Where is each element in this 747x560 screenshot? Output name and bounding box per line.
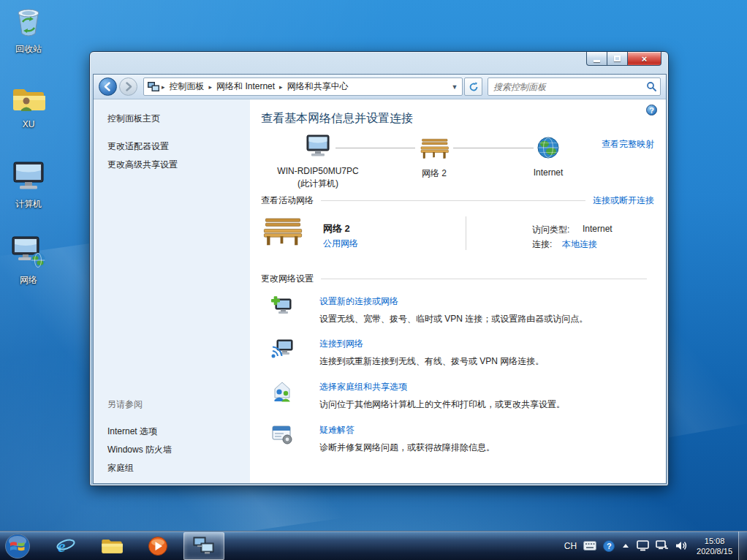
view-full-map-link[interactable]: 查看完整映射 <box>602 138 654 151</box>
new-connection-icon <box>270 294 294 319</box>
access-type-value: Internet <box>583 224 613 234</box>
map-node-computer[interactable]: WIN-RDIP50MU7PC (此计算机) <box>259 135 376 190</box>
divider <box>466 216 466 250</box>
breadcrumb: ▸ 控制面板 ▸ 网络和 Internet ▸ 网络和共享中心 ▼ <box>143 77 463 96</box>
recycle-bin-icon <box>12 28 45 40</box>
active-networks-header-row: 查看活动网络 连接或断开连接 <box>261 194 654 207</box>
computer-icon <box>10 183 48 195</box>
search-icon[interactable] <box>646 81 657 92</box>
breadcrumb-item-network-sharing-center[interactable]: 网络和共享中心 <box>284 78 352 95</box>
navigation-bar: ▸ 控制面板 ▸ 网络和 Internet ▸ 网络和共享中心 ▼ <box>94 75 666 99</box>
taskbar: e CH <box>0 531 747 560</box>
network-icon <box>10 259 48 271</box>
map-network-name: 网络 2 <box>390 167 478 180</box>
network-profile-link[interactable]: 公用网络 <box>323 238 358 250</box>
map-node-network[interactable]: 网络 2 <box>390 137 478 180</box>
hidden-icons-arrow-icon[interactable] <box>621 542 630 550</box>
folder-icon <box>12 104 45 116</box>
breadcrumb-item-network-internet[interactable]: 网络和 Internet <box>213 78 278 95</box>
desktop-icon-xu-folder[interactable]: XU <box>0 85 57 129</box>
taskbar-ie-icon[interactable]: e <box>55 535 77 557</box>
display-tray-icon[interactable] <box>637 540 649 551</box>
sidebar-item-change-adapter-settings[interactable]: 更改适配器设置 <box>107 140 169 153</box>
connect-network-desc: 连接到或重新连接到无线、有线、拨号或 VPN 网络连接。 <box>319 355 651 368</box>
svg-text:e: e <box>58 537 66 556</box>
network-sharing-center-window: × ▸ 控制面板 <box>89 51 669 486</box>
desktop-icon-recycle-bin[interactable]: 回收站 <box>0 4 57 56</box>
connect-network-icon <box>270 336 294 362</box>
window-titlebar[interactable]: × <box>90 52 668 74</box>
taskbar-media-player-icon[interactable] <box>147 535 169 557</box>
help-icon[interactable]: ? <box>646 105 657 116</box>
sidebar-item-homegroup[interactable]: 家庭组 <box>107 462 134 474</box>
keyboard-layout-icon[interactable] <box>583 541 596 550</box>
network-center-icon <box>148 82 159 92</box>
system-tray: CH ? <box>564 531 747 560</box>
sidebar-item-change-advanced-sharing[interactable]: 更改高级共享设置 <box>107 159 178 171</box>
network-center-icon <box>193 537 215 556</box>
homegroup-options-link[interactable]: 选择家庭组和共享选项 <box>319 381 651 393</box>
divider <box>321 200 585 201</box>
troubleshoot-link[interactable]: 疑难解答 <box>319 424 651 436</box>
search-input[interactable] <box>493 82 646 92</box>
task-connect-to-network: 连接到网络 连接到或重新连接到无线、有线、拨号或 VPN 网络连接。 <box>270 338 651 368</box>
close-button[interactable]: × <box>627 52 661 66</box>
task-new-connection: 设置新的连接或网络 设置无线、宽带、拨号、临时或 VPN 连接；或设置路由器或访… <box>270 295 651 325</box>
sidebar-see-also-header: 另请参阅 <box>107 398 143 411</box>
network-tray-icon[interactable] <box>656 540 669 551</box>
forward-button[interactable] <box>119 77 137 96</box>
sidebar: 控制面板主页 更改适配器设置 更改高级共享设置 另请参阅 Internet 选项… <box>94 99 250 483</box>
page-title: 查看基本网络信息并设置连接 <box>261 111 413 126</box>
computer-icon <box>305 135 331 158</box>
connections-label: 连接: <box>532 238 552 251</box>
homegroup-icon <box>270 379 294 405</box>
bench-icon <box>417 137 451 159</box>
change-settings-header: 更改网络设置 <box>261 273 314 285</box>
start-button[interactable] <box>4 533 31 559</box>
search-box <box>488 77 661 96</box>
change-settings-header-row: 更改网络设置 <box>261 273 654 285</box>
homegroup-options-desc: 访问位于其他网络计算机上的文件和打印机，或更改共享设置。 <box>319 398 651 411</box>
minimize-button[interactable] <box>586 52 607 66</box>
maximize-button[interactable] <box>607 52 627 66</box>
map-node-internet[interactable]: Internet <box>504 136 592 178</box>
show-desktop-button[interactable] <box>738 531 747 560</box>
refresh-button[interactable] <box>464 77 482 96</box>
active-networks-header: 查看活动网络 <box>261 194 314 207</box>
language-indicator[interactable]: CH <box>564 541 577 551</box>
breadcrumb-dropdown-icon[interactable]: ▼ <box>449 83 460 91</box>
access-type-label: 访问类型: <box>532 224 569 236</box>
breadcrumb-item-control-panel[interactable]: 控制面板 <box>166 78 208 95</box>
new-connection-desc: 设置无线、宽带、拨号、临时或 VPN 连接；或设置路由器或访问点。 <box>319 313 651 325</box>
desktop-icon-label: XU <box>0 119 57 129</box>
local-connection-link[interactable]: 本地连接 <box>562 238 597 251</box>
desktop-icon-computer[interactable]: 计算机 <box>0 161 57 211</box>
connect-network-link[interactable]: 连接到网络 <box>319 338 651 350</box>
taskbar-active-network-center[interactable] <box>183 532 224 560</box>
minimize-icon <box>594 60 600 62</box>
sidebar-item-windows-firewall[interactable]: Windows 防火墙 <box>107 444 172 456</box>
volume-tray-icon[interactable] <box>675 540 687 551</box>
task-homegroup-options: 选择家庭组和共享选项 访问位于其他网络计算机上的文件和打印机，或更改共享设置。 <box>270 381 651 411</box>
divider <box>321 279 647 279</box>
new-connection-link[interactable]: 设置新的连接或网络 <box>319 295 651 308</box>
desktop: { "colors": { "link": "#0066cc", "headin… <box>0 0 747 560</box>
clock-date: 2020/8/15 <box>697 546 732 556</box>
map-computer-sub: (此计算机) <box>259 178 376 190</box>
connect-disconnect-link[interactable]: 连接或断开连接 <box>593 194 654 207</box>
taskbar-clock[interactable]: 15:08 2020/8/15 <box>697 536 732 556</box>
desktop-icon-network[interactable]: 网络 <box>0 235 57 287</box>
taskbar-explorer-icon[interactable] <box>101 535 123 557</box>
back-button[interactable] <box>99 77 117 96</box>
clock-time: 15:08 <box>697 536 732 546</box>
sidebar-item-control-panel-home[interactable]: 控制面板主页 <box>107 113 160 125</box>
help-tray-icon[interactable]: ? <box>603 540 615 552</box>
svg-text:?: ? <box>607 542 612 550</box>
active-network-name: 网络 2 <box>323 222 350 235</box>
map-computer-name: WIN-RDIP50MU7PC <box>259 166 376 176</box>
desktop-icon-label: 计算机 <box>0 198 57 211</box>
troubleshoot-desc: 诊断并修复网络问题，或获得故障排除信息。 <box>319 442 651 454</box>
maximize-icon <box>614 56 621 61</box>
sidebar-item-internet-options[interactable]: Internet 选项 <box>107 425 157 438</box>
bench-icon <box>261 216 303 249</box>
